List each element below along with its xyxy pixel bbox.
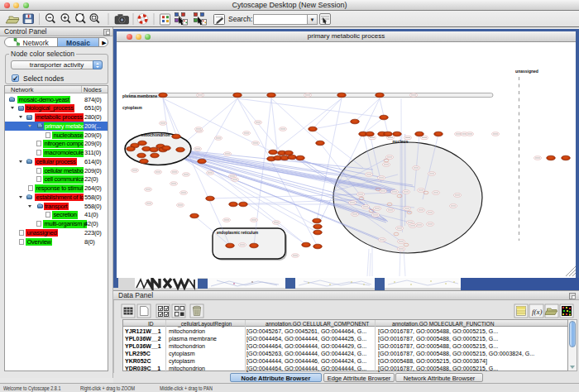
svg-text:nucleus: nucleus (393, 139, 409, 144)
svg-text:cytoplasm: cytoplasm (122, 106, 142, 110)
svg-text:endoplasmic reticulum: endoplasmic reticulum (217, 231, 258, 235)
svg-text:f(x): f(x) (532, 308, 543, 316)
svg-text:mitochondrion: mitochondrion (141, 132, 170, 137)
svg-text:unassigned: unassigned (515, 69, 538, 74)
svg-text:plasma membrane: plasma membrane (122, 94, 157, 98)
